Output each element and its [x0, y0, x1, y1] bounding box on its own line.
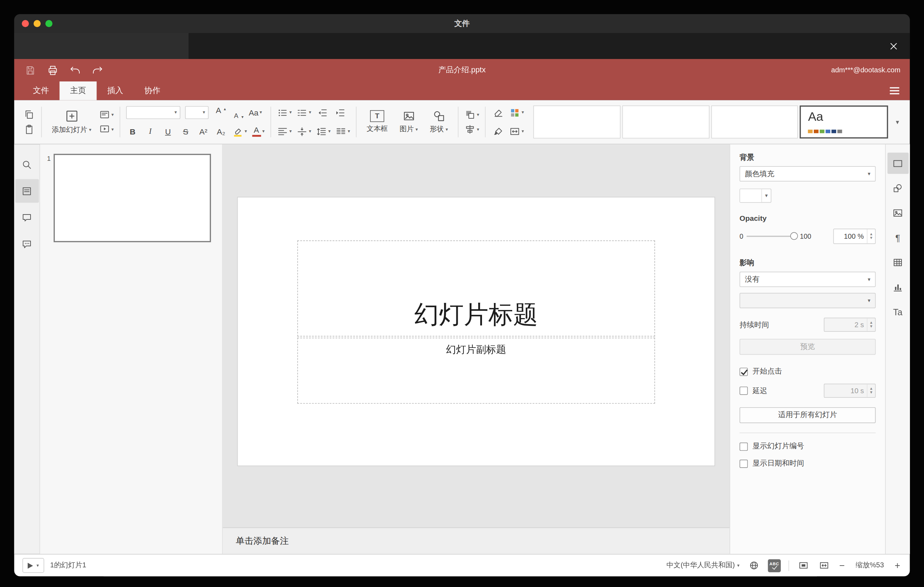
preview-button[interactable]: 预览	[740, 339, 876, 355]
spellcheck-button[interactable]: ABC	[768, 559, 781, 572]
chevron-down-icon: ▾	[416, 127, 418, 132]
slide-workspace[interactable]: 幻灯片标题 幻灯片副标题	[223, 144, 729, 527]
bullet-list-button[interactable]: ▾	[277, 106, 292, 119]
fit-to-width-button[interactable]	[817, 559, 830, 572]
effect-select[interactable]: 没有 ▾	[740, 272, 876, 287]
insert-image-button[interactable]: 图片▾	[396, 110, 422, 134]
feedback-panel-button[interactable]	[15, 232, 39, 256]
start-slideshow-statusbar-button[interactable]: ▾	[23, 558, 44, 573]
slide-layout-button[interactable]: ▾	[99, 108, 114, 121]
decrease-indent-button[interactable]	[316, 106, 329, 119]
change-case-button[interactable]: Aa▾	[249, 106, 262, 119]
opacity-slider[interactable]	[747, 236, 796, 237]
columns-button[interactable]: ▾	[335, 125, 350, 138]
increase-font-button[interactable]: A▴	[213, 106, 226, 119]
zoom-out-button[interactable]: −	[838, 560, 846, 571]
horizontal-align-button[interactable]: ▾	[277, 125, 292, 138]
superscript-button[interactable]: A²	[197, 125, 210, 138]
insert-textbox-button[interactable]: T 文本框	[363, 110, 392, 134]
align-shapes-button[interactable]: ▾	[464, 123, 479, 136]
duration-spinner[interactable]: 2 s ▲▼	[824, 318, 876, 332]
slide-settings-button[interactable]	[887, 153, 908, 174]
clear-style-button[interactable]	[492, 106, 505, 119]
arrange-shapes-button[interactable]: ▾	[464, 108, 479, 121]
fit-to-slide-button[interactable]	[797, 559, 810, 572]
separator	[120, 107, 120, 137]
show-datetime-checkbox[interactable]	[740, 459, 748, 468]
italic-button[interactable]: I	[144, 125, 157, 138]
opacity-spinner[interactable]: 100 % ▲▼	[833, 229, 876, 244]
copy-button[interactable]	[23, 108, 35, 121]
tab-home[interactable]: 主页	[60, 81, 97, 101]
start-on-click-checkbox[interactable]	[740, 368, 748, 376]
slide-thumbnail[interactable]	[54, 154, 211, 242]
delay-spinner[interactable]: 10 s ▲▼	[824, 384, 876, 398]
language-selector[interactable]: 中文(中华人民共和国) ▾	[666, 560, 739, 571]
paste-button[interactable]	[23, 123, 35, 136]
close-icon[interactable]	[886, 39, 901, 53]
opacity-slider-knob[interactable]	[790, 232, 798, 240]
start-slideshow-button[interactable]: ▾	[99, 123, 114, 136]
title-placeholder[interactable]: 幻灯片标题	[297, 241, 655, 337]
slide-canvas[interactable]: 幻灯片标题 幻灯片副标题	[238, 197, 714, 465]
notes-area[interactable]: 单击添加备注	[223, 527, 729, 554]
spinner-down-icon[interactable]: ▼	[869, 236, 873, 241]
slides-panel-button[interactable]	[15, 179, 39, 203]
textart-settings-button[interactable]: Ta	[887, 301, 908, 322]
traffic-zoom-button[interactable]	[45, 20, 52, 27]
theme-tile-blank-2[interactable]	[622, 106, 709, 139]
show-slide-number-checkbox[interactable]	[740, 442, 748, 451]
tab-insert[interactable]: 插入	[97, 81, 134, 101]
spinner-down-icon[interactable]: ▼	[869, 325, 873, 329]
theme-tile-selected[interactable]: Aa	[800, 106, 888, 139]
copy-style-button[interactable]	[492, 125, 505, 138]
background-fill-select[interactable]: 颜色填充 ▾	[740, 166, 876, 181]
subscript-button[interactable]: A₂	[214, 125, 228, 138]
decrease-font-button[interactable]: A▾	[231, 106, 244, 119]
background-color-picker[interactable]: ▾	[740, 188, 772, 203]
chart-settings-button[interactable]	[887, 276, 908, 297]
shape-settings-button[interactable]	[887, 177, 908, 198]
save-button[interactable]	[23, 64, 36, 76]
highlight-color-button[interactable]: ▾	[232, 125, 247, 138]
insert-shape-button[interactable]: 形状▾	[426, 110, 452, 134]
numbered-list-button[interactable]: ▾	[296, 106, 311, 119]
document-language-button[interactable]	[747, 559, 760, 572]
traffic-close-button[interactable]	[22, 20, 29, 27]
font-color-button[interactable]: A ▾	[252, 125, 265, 138]
spinner-down-icon[interactable]: ▼	[869, 391, 873, 395]
comments-panel-button[interactable]	[15, 206, 39, 229]
image-settings-button[interactable]	[887, 202, 908, 223]
undo-icon	[69, 64, 81, 76]
delay-checkbox[interactable]	[740, 386, 748, 395]
line-spacing-button[interactable]: ▾	[316, 125, 331, 138]
window-titlebar: 文件	[14, 14, 909, 33]
vertical-align-button[interactable]: ▾	[296, 125, 311, 138]
undo-button[interactable]	[68, 64, 81, 76]
subtitle-placeholder[interactable]: 幻灯片副标题	[297, 338, 655, 404]
paragraph-settings-button[interactable]: ¶	[887, 227, 908, 248]
font-name-select[interactable]: ▾	[126, 106, 180, 119]
menu-icon[interactable]	[890, 87, 899, 94]
effect-option-select[interactable]: ▾	[740, 293, 876, 308]
apply-to-all-slides-button[interactable]: 适用于所有幻灯片	[740, 407, 876, 423]
add-slide-button[interactable]: 添加幻灯片▾	[48, 109, 96, 135]
redo-button[interactable]	[91, 64, 104, 76]
tab-collaboration[interactable]: 协作	[134, 81, 171, 101]
increase-indent-button[interactable]	[333, 106, 346, 119]
slide-size-button[interactable]: ▾	[510, 125, 524, 138]
traffic-minimize-button[interactable]	[34, 20, 41, 27]
theme-tile-blank-1[interactable]	[533, 106, 620, 139]
color-scheme-button[interactable]: ▾	[510, 106, 524, 119]
theme-gallery-expand-button[interactable]: ▾	[890, 106, 906, 139]
bold-button[interactable]: B	[126, 125, 139, 138]
strikethrough-button[interactable]: S	[179, 125, 192, 138]
font-size-select[interactable]: ▾	[185, 106, 208, 119]
underline-button[interactable]: U	[162, 125, 175, 138]
print-button[interactable]	[46, 64, 59, 76]
table-settings-button[interactable]	[887, 252, 908, 273]
zoom-in-button[interactable]: +	[893, 560, 902, 571]
theme-tile-blank-3[interactable]	[711, 106, 798, 139]
search-panel-button[interactable]	[15, 153, 39, 176]
tab-file[interactable]: 文件	[23, 81, 60, 101]
